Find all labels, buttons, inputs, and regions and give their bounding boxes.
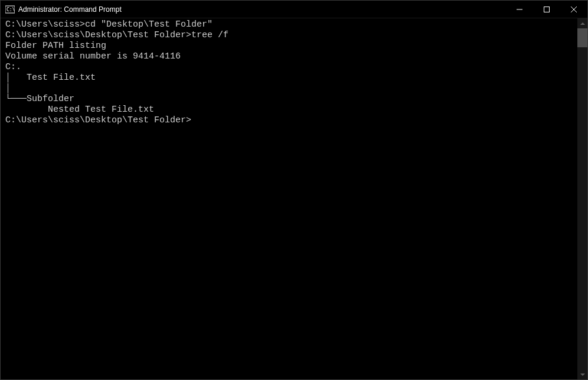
- window-title: Administrator: Command Prompt: [18, 5, 122, 14]
- terminal-line: └───Subfolder: [5, 94, 573, 105]
- scroll-track[interactable]: [577, 28, 587, 369]
- maximize-button[interactable]: [533, 1, 560, 18]
- window-controls: [506, 1, 587, 18]
- terminal-line: │ Test File.txt: [5, 73, 573, 83]
- scroll-thumb[interactable]: [577, 28, 587, 47]
- terminal-wrapper: C:\Users\sciss>cd "Desktop\Test Folder"C…: [1, 18, 587, 379]
- scroll-up-arrow-icon[interactable]: [577, 18, 587, 28]
- terminal-line: Folder PATH listing: [5, 41, 573, 51]
- terminal-line: C:\Users\sciss\Desktop\Test Folder>: [5, 115, 573, 126]
- terminal-line: Nested Test File.txt: [5, 105, 573, 115]
- terminal-line: C:\Users\sciss>cd "Desktop\Test Folder": [5, 20, 573, 30]
- svg-rect-3: [544, 7, 550, 12]
- vertical-scrollbar[interactable]: [577, 18, 587, 379]
- terminal-line: │: [5, 83, 573, 94]
- minimize-button[interactable]: [506, 1, 533, 18]
- command-prompt-window: C:\ Administrator: Command Prompt: [0, 0, 588, 380]
- titlebar[interactable]: C:\ Administrator: Command Prompt: [1, 1, 587, 18]
- titlebar-left: C:\ Administrator: Command Prompt: [1, 5, 122, 14]
- close-button[interactable]: [560, 1, 587, 18]
- terminal-line: C:.: [5, 62, 573, 73]
- svg-text:C:\: C:\: [6, 7, 15, 12]
- cmd-icon: C:\: [5, 5, 15, 14]
- scroll-down-arrow-icon[interactable]: [577, 369, 587, 379]
- terminal-line: C:\Users\sciss\Desktop\Test Folder>tree …: [5, 30, 573, 41]
- terminal-line: Volume serial number is 9414-4116: [5, 51, 573, 62]
- terminal-content[interactable]: C:\Users\sciss>cd "Desktop\Test Folder"C…: [1, 18, 577, 379]
